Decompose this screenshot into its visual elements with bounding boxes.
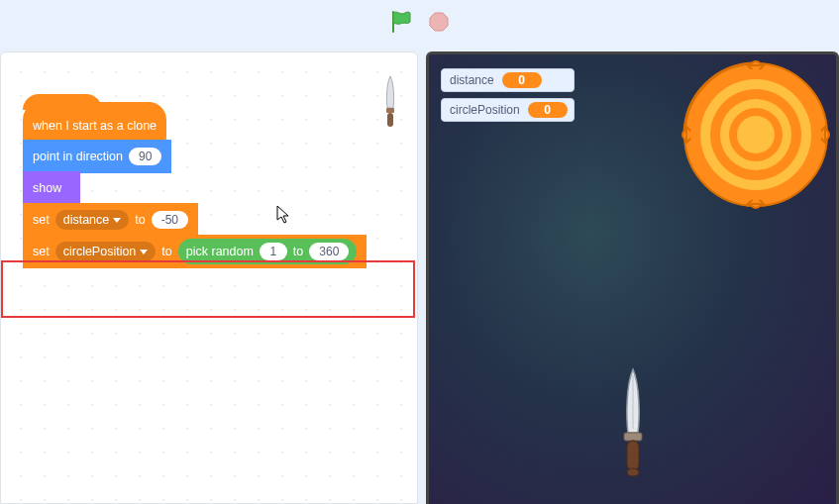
stop-icon	[428, 11, 450, 33]
mouse-cursor-icon	[276, 205, 292, 229]
sprite-target-wheel	[682, 60, 830, 213]
instruction-highlight	[1, 260, 415, 318]
block-point-in-direction[interactable]: point in direction 90	[23, 140, 171, 173]
svg-rect-1	[386, 108, 394, 113]
monitor-value: 0	[528, 102, 568, 118]
svg-rect-11	[627, 441, 639, 470]
monitor-label: circlePosition	[450, 103, 520, 117]
block-set-distance[interactable]: set distance to -50	[23, 203, 198, 237]
green-flag-icon	[390, 10, 412, 34]
svg-rect-2	[387, 113, 393, 127]
svg-point-12	[627, 468, 639, 476]
random-to-input[interactable]: 360	[309, 243, 349, 260]
op-label: pick random	[186, 245, 254, 258]
operator-pick-random[interactable]: pick random 1 to 360	[178, 239, 358, 264]
op-to-label: to	[293, 245, 303, 258]
monitor-circleposition[interactable]: circlePosition 0	[441, 98, 575, 122]
monitor-label: distance	[450, 73, 494, 87]
var-dropdown-circleposition[interactable]: circlePosition	[55, 242, 157, 261]
svg-point-8	[737, 116, 775, 153]
green-flag-button[interactable]	[387, 8, 415, 36]
sprite-thumbnail-knife	[381, 74, 399, 136]
var-dropdown-distance[interactable]: distance	[55, 210, 130, 230]
block-set-circleposition[interactable]: set circlePosition to pick random 1 to 3…	[23, 235, 367, 268]
block-script: when I start as a clone point in directi…	[23, 104, 367, 268]
code-workspace[interactable]: when I start as a clone point in directi…	[0, 51, 418, 504]
random-from-input[interactable]: 1	[260, 243, 287, 260]
sprite-knife	[616, 367, 650, 480]
stage-wrapper: distance 0 circlePosition 0	[426, 51, 839, 504]
stage-controls	[0, 0, 839, 44]
monitor-distance[interactable]: distance 0	[441, 68, 575, 92]
chevron-down-icon	[113, 218, 121, 223]
chevron-down-icon	[140, 250, 148, 254]
stage[interactable]: distance 0 circlePosition 0	[426, 51, 839, 504]
set-label: set	[33, 245, 50, 258]
stop-button[interactable]	[425, 8, 453, 36]
direction-input[interactable]: 90	[129, 148, 161, 165]
svg-rect-10	[624, 433, 642, 441]
hat-label: when I start as a clone	[33, 119, 157, 133]
block-label: point in direction	[33, 150, 123, 163]
block-label: show	[33, 181, 61, 195]
var-name: circlePosition	[63, 245, 137, 258]
block-show[interactable]: show	[23, 171, 80, 205]
set-label: set	[33, 213, 50, 227]
monitor-value: 0	[502, 72, 542, 88]
var-name: distance	[63, 213, 110, 227]
hat-when-start-clone[interactable]: when I start as a clone	[23, 102, 166, 142]
to-label: to	[161, 245, 171, 258]
variable-monitors: distance 0 circlePosition 0	[441, 68, 575, 122]
to-label: to	[135, 213, 145, 227]
value-input[interactable]: -50	[152, 211, 188, 229]
svg-marker-0	[430, 13, 448, 31]
